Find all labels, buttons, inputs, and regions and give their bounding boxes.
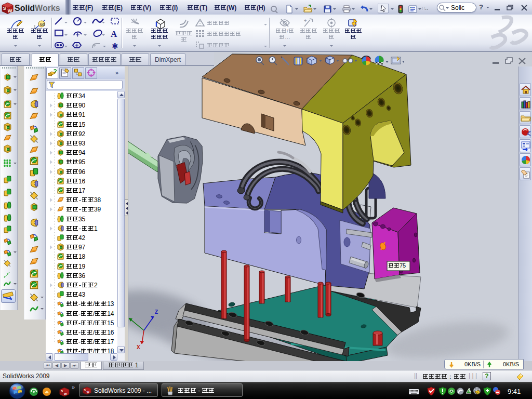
svg-text:!: !	[476, 391, 477, 395]
svg-text:X: X	[137, 344, 140, 350]
svg-text:A: A	[111, 29, 117, 39]
svg-text:S: S	[84, 389, 86, 392]
svg-text:S: S	[61, 390, 63, 393]
svg-text:W: W	[64, 392, 67, 395]
svg-text:+: +	[304, 18, 307, 23]
svg-text:60: 60	[40, 22, 45, 27]
svg-text:W: W	[87, 391, 89, 394]
svg-text:✱: ✱	[112, 42, 118, 50]
svg-text:Z: Z	[155, 309, 158, 315]
